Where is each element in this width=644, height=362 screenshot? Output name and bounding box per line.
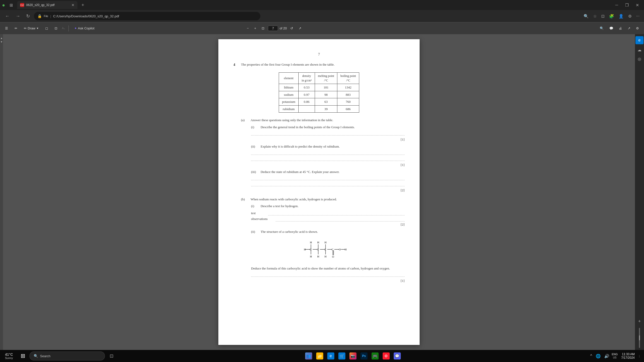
part-b-ii-label: (ii): [251, 229, 259, 234]
pdf-view-area[interactable]: 7 4 The properties of the first four Gro…: [3, 34, 635, 350]
taskbar-apps: 👥 📁 e 🛒 📷 Ps: [118, 351, 588, 361]
part-a-text: Answer these questions using only the in…: [251, 118, 405, 123]
show-desktop-button[interactable]: [638, 354, 641, 358]
pdf-settings-button[interactable]: ⚙: [634, 25, 641, 31]
svg-text:H: H: [325, 255, 327, 258]
observations-row: observations: [251, 216, 405, 221]
start-button[interactable]: ⊞: [18, 351, 28, 361]
volume-icon[interactable]: 🔊: [603, 353, 610, 359]
tab-title: 0620_s20_qp_32.pdf: [26, 3, 69, 7]
favorite-icon[interactable]: ☆: [592, 13, 598, 20]
part-a-i-text: Describe the general trend in the boilin…: [261, 125, 405, 130]
app-opera[interactable]: O: [381, 351, 391, 361]
page-number-input[interactable]: [268, 26, 278, 31]
eraser-button[interactable]: ◻: [43, 25, 50, 31]
app-file-explorer[interactable]: 📁: [315, 351, 325, 361]
windows-logo-icon: ⊞: [21, 353, 25, 359]
search-pdf-button[interactable]: 🔍: [598, 25, 606, 31]
rubidium-name: rubidium: [279, 105, 299, 113]
extensions-icon[interactable]: 🧩: [608, 13, 616, 20]
app-instagram[interactable]: 📷: [348, 351, 358, 361]
sidebar-icon-3: +: [638, 319, 641, 324]
more-options-button[interactable]: ···: [635, 13, 641, 19]
input-language-indicator[interactable]: ENG US: [612, 353, 618, 359]
fit-page-button[interactable]: ⊡: [260, 25, 266, 31]
taskbar-search-bar[interactable]: 🔍 Search: [29, 351, 105, 360]
forward-button[interactable]: →: [14, 13, 22, 20]
app-xbox[interactable]: 🎮: [370, 351, 380, 361]
account-icon[interactable]: 👤: [617, 13, 625, 20]
address-bar[interactable]: 🔒 File | C:/Users/hp/Downloads/0620_s20_…: [34, 12, 260, 20]
zoom-in-button[interactable]: +: [252, 25, 258, 31]
part-a-iii: (iii) Deduce the state of rubidium at 45…: [241, 169, 405, 193]
part-b-i-row: (i) Describe a test for hydrogen.: [251, 204, 405, 209]
marks-a-ii: [1]: [251, 162, 405, 167]
highlight-button[interactable]: ✏: [13, 25, 19, 31]
export-button[interactable]: ↗: [297, 25, 303, 31]
browser-toolbar-icons: 🔍 ☆ ⊡ 🧩 👤 ⚙ ···: [582, 13, 641, 20]
scroll-indicator: [639, 328, 640, 348]
chemical-structure: H C H H: [251, 238, 405, 262]
question-4-number: 4: [233, 62, 238, 67]
part-b-ii-text: The structure of a carboxylic acid is sh…: [261, 229, 405, 234]
task-view-button[interactable]: ⊡: [106, 351, 116, 361]
left-panel-toggle[interactable]: ▲ ▼: [0, 34, 3, 350]
tray-expand-icon[interactable]: ^: [589, 353, 593, 359]
weather-temp: 41°C: [5, 352, 13, 356]
tab-close-button[interactable]: ✕: [71, 3, 74, 7]
edge-app-icon: e: [327, 352, 334, 359]
part-a-iii-answer-area: [2]: [251, 176, 405, 193]
pdf-toolbar-right: 🔍 💬 🖨 ↗ ⚙: [598, 25, 641, 31]
title-bar: ● ⊞ PDF 0620_s20_qp_32.pdf ✕ + ─ ❐ ✕: [0, 0, 644, 10]
collections-icon[interactable]: ⊡: [600, 13, 606, 20]
right-sidebar: e ☁ ◎ +: [635, 34, 644, 350]
file-explorer-icon: 📁: [316, 352, 323, 359]
part-a-label: (a): [241, 118, 249, 123]
part-a-row: (a) Answer these questions using only th…: [241, 118, 405, 123]
zoom-icon[interactable]: 🔍: [582, 13, 590, 20]
sidebar-icon-2: ◎: [638, 57, 641, 61]
app-store[interactable]: 🛒: [337, 351, 347, 361]
app-users[interactable]: 👥: [304, 351, 314, 361]
potassium-melting: 63: [315, 98, 337, 106]
share-button[interactable]: ↗: [626, 25, 632, 31]
part-b-label: (b): [241, 197, 249, 202]
pdf-tab-icon: PDF: [20, 3, 24, 7]
view-button[interactable]: ⊡: [53, 25, 59, 31]
app-photoshop[interactable]: Ps: [359, 351, 369, 361]
right-sidebar-icon-3[interactable]: +: [636, 318, 643, 325]
reload-button[interactable]: ↻: [24, 12, 32, 20]
right-sidebar-icon-1[interactable]: ☁: [636, 46, 643, 53]
network-icon[interactable]: 🌐: [595, 353, 602, 359]
close-button[interactable]: ✕: [633, 2, 642, 9]
right-sidebar-icon-2[interactable]: ◎: [636, 55, 643, 62]
minimize-button[interactable]: ─: [612, 2, 621, 9]
marks-a-iii: [2]: [251, 188, 405, 193]
pdf-menu-button[interactable]: ☰: [3, 25, 10, 31]
rubidium-melting: 39: [315, 105, 337, 113]
new-tab-icon[interactable]: ⊞: [7, 1, 15, 9]
draw-button[interactable]: ✏ Draw ▼: [22, 25, 41, 31]
system-clock[interactable]: 11:33 AM 7/17/2024: [619, 352, 637, 359]
comment-button[interactable]: 💬: [607, 25, 615, 31]
sidebar-icon-1: ☁: [637, 48, 641, 52]
back-button[interactable]: ←: [3, 13, 12, 20]
svg-text:H: H: [310, 255, 312, 258]
app-discord[interactable]: 💬: [392, 351, 402, 361]
discord-icon: 💬: [394, 352, 401, 359]
observations-label: observations: [251, 216, 274, 221]
zoom-out-button[interactable]: −: [245, 25, 251, 31]
address-toolbar: ← → ↻ 🔒 File | C:/Users/hp/Downloads/062…: [0, 10, 644, 22]
new-tab-button[interactable]: +: [82, 3, 84, 8]
right-sidebar-edge-icon[interactable]: e: [635, 36, 643, 44]
question-4-row: 4 The properties of the first four Group…: [233, 62, 405, 67]
pdf-tab[interactable]: PDF 0620_s20_qp_32.pdf ✕: [17, 1, 77, 9]
app-edge[interactable]: e: [326, 351, 336, 361]
restore-button[interactable]: ❐: [622, 2, 632, 9]
copilot-button[interactable]: ✦ Ask Copilot: [72, 25, 97, 31]
rotate-button[interactable]: ↺: [288, 25, 295, 31]
file-label: File: [44, 15, 48, 18]
print-button[interactable]: 🖨: [617, 25, 624, 31]
settings-icon[interactable]: ⚙: [627, 13, 633, 20]
pdf-page: 7 4 The properties of the first four Gro…: [218, 39, 420, 345]
